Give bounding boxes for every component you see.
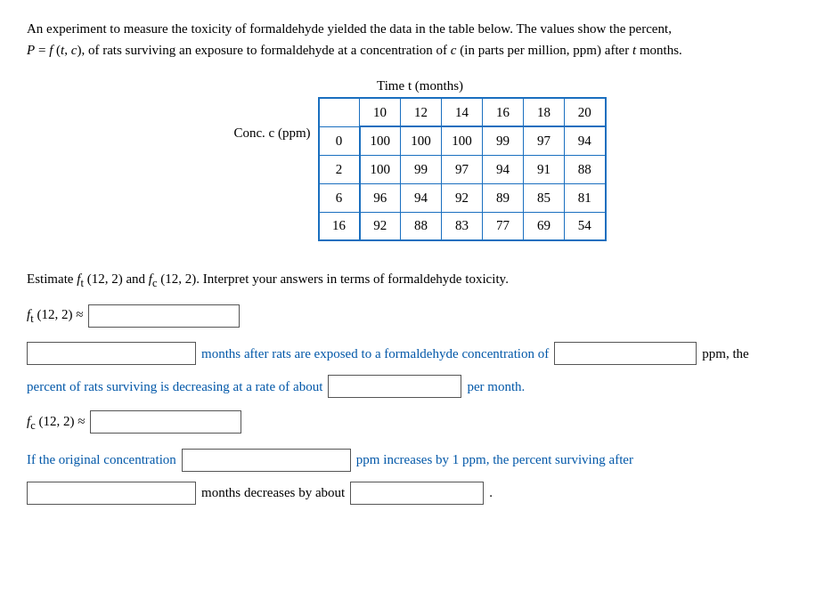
- data-cell: 96: [360, 183, 401, 212]
- interp-ppm-input[interactable]: [554, 342, 697, 365]
- fc-interp-row1: If the original concentration ppm increa…: [27, 448, 813, 472]
- data-cell: 100: [401, 126, 442, 155]
- data-cell: 81: [565, 183, 606, 212]
- interp-text2: percent of rats surviving is decreasing …: [27, 375, 322, 399]
- fc-interp-text1: If the original concentration: [27, 448, 176, 472]
- data-cell: 100: [360, 126, 401, 155]
- ppm-text: ppm, the: [702, 342, 749, 366]
- table-header: 18: [524, 98, 565, 126]
- data-cell: 88: [401, 212, 442, 240]
- orig-conc-input[interactable]: [182, 449, 351, 472]
- interp-text1: months after rats are exposed to a forma…: [201, 342, 549, 366]
- conc-cell: 16: [319, 212, 360, 240]
- fc-interp-row2: months decreases by about .: [27, 481, 813, 505]
- data-cell: 97: [524, 126, 565, 155]
- fc-interp-text2: ppm increases by 1 ppm, the percent surv…: [356, 448, 633, 472]
- data-cell: 94: [401, 183, 442, 212]
- table-header: 20: [565, 98, 606, 126]
- ft-value-input[interactable]: [88, 304, 240, 328]
- ft-answer-row: ft (12, 2) ≈: [27, 303, 813, 329]
- fc-label: fc (12, 2) ≈: [27, 409, 85, 436]
- decreases-by-input[interactable]: [350, 482, 484, 505]
- intro-line2: P = f (t, c), of rats surviving an expos…: [27, 43, 682, 57]
- conc-cell: 0: [319, 126, 360, 155]
- fc-answer-row: fc (12, 2) ≈: [27, 409, 813, 436]
- per-month-text: per month.: [467, 375, 525, 399]
- conc-label: Conc. c (ppm): [233, 97, 317, 141]
- table-wrapper: Conc. c (ppm) 10121416182001001001009997…: [233, 97, 606, 241]
- data-cell: 77: [483, 212, 524, 240]
- estimate-prompt: Estimate ft (12, 2) and fc (12, 2). Inte…: [27, 268, 813, 292]
- data-cell: 83: [442, 212, 483, 240]
- conc-cell: 2: [319, 155, 360, 183]
- fc-value-input[interactable]: [90, 410, 241, 434]
- table-header: 14: [442, 98, 483, 126]
- interp-months-input[interactable]: [27, 342, 196, 365]
- estimate-section: Estimate ft (12, 2) and fc (12, 2). Inte…: [27, 268, 813, 505]
- data-cell: 92: [442, 183, 483, 212]
- period: .: [489, 481, 493, 505]
- data-cell: 91: [524, 155, 565, 183]
- table-row: 16928883776954: [319, 212, 606, 240]
- decreases-text: months decreases by about: [201, 481, 345, 505]
- table-header: 16: [483, 98, 524, 126]
- intro-text: An experiment to measure the toxicity of…: [27, 18, 793, 61]
- data-cell: 89: [483, 183, 524, 212]
- data-cell: 99: [483, 126, 524, 155]
- ft-interp-row2: percent of rats surviving is decreasing …: [27, 375, 813, 399]
- table-header: 12: [401, 98, 442, 126]
- table-row: 21009997949188: [319, 155, 606, 183]
- data-cell: 92: [360, 212, 401, 240]
- data-cell: 69: [524, 212, 565, 240]
- table-header: 10: [360, 98, 401, 126]
- conc-cell: 6: [319, 183, 360, 212]
- interp-rate-input[interactable]: [328, 375, 461, 398]
- data-cell: 54: [565, 212, 606, 240]
- data-cell: 94: [565, 126, 606, 155]
- after-months-input[interactable]: [27, 482, 196, 505]
- data-cell: 100: [442, 126, 483, 155]
- data-cell: 94: [483, 155, 524, 183]
- data-cell: 88: [565, 155, 606, 183]
- table-row: 6969492898581: [319, 183, 606, 212]
- table-section: Time t (months) Conc. c (ppm) 1012141618…: [27, 78, 813, 241]
- ft-interp-row1: months after rats are exposed to a forma…: [27, 342, 813, 366]
- data-table: 1012141618200100100100999794210099979491…: [318, 97, 607, 241]
- data-cell: 85: [524, 183, 565, 212]
- data-cell: 100: [360, 155, 401, 183]
- data-cell: 99: [401, 155, 442, 183]
- time-label: Time t (months): [377, 78, 463, 93]
- ft-label: ft (12, 2) ≈: [27, 303, 83, 329]
- data-cell: 97: [442, 155, 483, 183]
- table-row: 0100100100999794: [319, 126, 606, 155]
